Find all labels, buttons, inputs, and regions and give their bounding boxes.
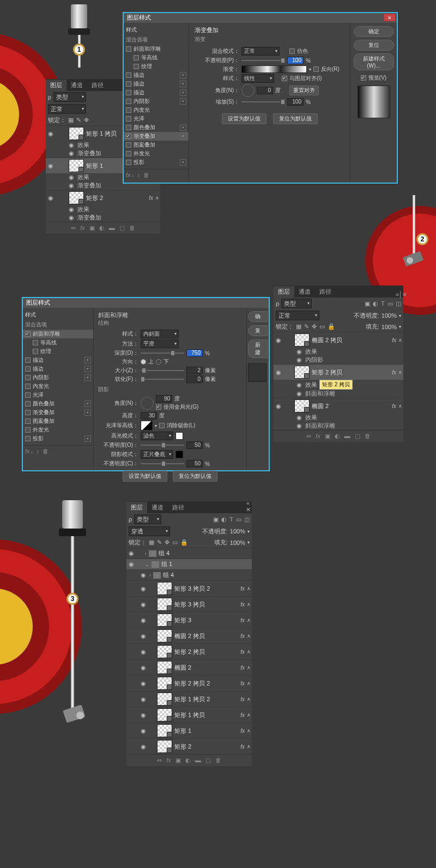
set-default-button[interactable]: 设置为默认值 (222, 113, 267, 124)
reverse-checkbox[interactable] (313, 66, 319, 72)
layer-row[interactable]: ◉矩形 2 拷贝 2fx∧ (126, 675, 252, 691)
cancel-button[interactable]: 复 (248, 325, 268, 336)
layer-row[interactable]: ◉矩形 3 拷贝fx∧ (126, 596, 252, 612)
style-item[interactable]: 投影+ (23, 434, 93, 443)
opacity-input[interactable]: 100 (287, 57, 304, 64)
lock-move-icon[interactable]: ✥ (84, 117, 89, 124)
layer-row[interactable]: ◉矩形 2fx∧ (126, 738, 252, 754)
tab-paths[interactable]: 路径 (87, 80, 108, 91)
tab-channels[interactable]: 通道 (294, 286, 315, 298)
dither-checkbox[interactable] (289, 48, 295, 54)
style-item[interactable]: 内阴影+ (23, 373, 93, 382)
folder-icon[interactable]: ▬ (109, 224, 115, 232)
kind-filter[interactable]: 类型 (53, 92, 86, 102)
trash-icon[interactable]: 🗑 (129, 224, 135, 232)
tab-layers[interactable]: 图层 (46, 80, 66, 91)
style-item[interactable]: 描边+ (124, 88, 189, 97)
layer-row[interactable]: ◉椭圆 2fx∧ (274, 398, 403, 414)
style-item[interactable]: 外发光 (23, 426, 93, 434)
style-item[interactable]: 颜色叠加+ (124, 123, 189, 132)
layer-row[interactable]: ◉矩形 1 拷贝 2fx∧ (126, 691, 252, 707)
mask-icon[interactable]: ▣ (89, 224, 95, 232)
preview-checkbox[interactable] (361, 75, 366, 81)
blend-mode-select[interactable]: 正常 (241, 47, 280, 56)
group-row[interactable]: ◉⌄组 1 (126, 559, 252, 569)
blend-mode-select[interactable]: 正常 (276, 311, 319, 320)
style-item[interactable]: 描边+ (124, 71, 189, 80)
new-style-button[interactable]: 新建样式(W)... (354, 53, 394, 70)
panel-menu-icon[interactable]: »│≡ (396, 291, 403, 298)
set-default-button[interactable]: 设置为默认值 (123, 471, 167, 482)
layer-row[interactable]: ◉矩形 2 拷贝fx∧ (126, 644, 252, 659)
new-style-button[interactable]: 新建 (248, 339, 268, 358)
fx-add-icon[interactable]: fx₊ (126, 172, 134, 179)
style-item[interactable]: 描边+ (23, 356, 93, 365)
reset-default-button[interactable]: 复位为默认值 (273, 113, 318, 124)
visibility-icon[interactable]: ◉ (47, 162, 55, 169)
style-item[interactable]: 投影+ (124, 158, 189, 167)
style-item[interactable]: 纹理 (23, 347, 93, 356)
group-row[interactable]: ◉›组 4 (126, 569, 252, 580)
close-icon[interactable]: ✕ (384, 14, 396, 21)
tab-layers[interactable]: 图层 (274, 286, 294, 298)
style-item[interactable]: 描边+ (23, 365, 93, 373)
style-item[interactable]: 内阴影+ (124, 97, 189, 106)
ok-button[interactable]: 确 (248, 311, 268, 322)
blend-options[interactable]: 混合选项 (124, 35, 189, 45)
align-checkbox[interactable] (282, 76, 287, 81)
scale-input[interactable]: 100 (287, 98, 304, 106)
layer-row[interactable]: ◉矩形 2 拷贝fx∧ (274, 364, 403, 380)
style-item[interactable]: 等高线 (124, 53, 189, 62)
layer-row[interactable]: ◉矩形 1 拷贝fx∧ (126, 707, 252, 723)
style-item[interactable]: 等高线 (23, 338, 93, 347)
layer-row[interactable]: ◉椭圆 2 拷贝fx∧ (274, 332, 403, 348)
new-icon[interactable]: ▢ (119, 224, 125, 232)
layer-row[interactable]: ◉矩形 3 拷贝 2fx∧ (126, 580, 252, 596)
altitude-input[interactable]: 30 (141, 412, 157, 420)
style-item[interactable]: 渐变叠加+ (124, 132, 189, 141)
style-item[interactable]: 描边+ (124, 80, 189, 88)
trash-icon[interactable]: 🗑 (143, 172, 149, 179)
angle-dial[interactable] (141, 397, 154, 410)
layer-row[interactable]: ◉矩形 1fx∧ (126, 723, 252, 738)
cancel-button[interactable]: 复位 (354, 40, 394, 51)
reset-align-button[interactable]: 重置对齐 (289, 86, 319, 95)
style-item[interactable]: 斜面和浮雕 (23, 330, 93, 338)
bevel-method-select[interactable]: 平滑 (141, 339, 179, 348)
fx-icon[interactable]: fx (80, 224, 85, 232)
layer-thumb[interactable] (69, 127, 84, 140)
ok-button[interactable]: 确定 (354, 26, 394, 37)
style-item[interactable]: 斜面和浮雕 (124, 45, 189, 53)
lock-brush-icon[interactable]: ✎ (76, 117, 81, 124)
gloss-contour[interactable] (141, 421, 153, 430)
lock-pixels-icon[interactable]: ▦ (68, 117, 74, 124)
reset-default-button[interactable]: 复位为默认值 (173, 471, 217, 482)
style-item[interactable]: 颜色叠加+ (23, 399, 93, 408)
shadow-mode-select[interactable]: 正片叠底 (141, 450, 173, 459)
style-item[interactable]: 内发光 (124, 106, 189, 114)
style-item[interactable]: 渐变叠加+ (23, 408, 93, 417)
style-item[interactable]: 内发光 (23, 382, 93, 391)
layer-row[interactable]: ◉ 矩形 2 fx∧ (46, 190, 160, 205)
gradient-style-select[interactable]: 线性 (241, 74, 274, 83)
size-input[interactable]: 2 (186, 367, 203, 374)
bevel-style-select[interactable]: 内斜面 (141, 330, 179, 338)
style-item[interactable]: 光泽 (124, 114, 189, 123)
layer-row[interactable]: ◉椭圆 2fx∧ (126, 659, 252, 675)
tab-paths[interactable]: 路径 (315, 286, 336, 298)
adjustment-icon[interactable]: ◐ (99, 224, 105, 232)
layer-row[interactable]: ◉矩形 3fx∧ (126, 612, 252, 628)
soften-input[interactable]: 0 (186, 375, 203, 383)
dir-down-radio[interactable] (156, 359, 161, 365)
angle-input[interactable]: 0 (257, 87, 273, 94)
tab-channels[interactable]: 通道 (66, 80, 87, 91)
link-icon[interactable]: ⇔ (71, 224, 76, 232)
gradient-picker[interactable] (241, 65, 307, 73)
blend-mode-select[interactable]: 正常 (48, 104, 86, 114)
highlight-color[interactable] (175, 432, 183, 440)
depth-input[interactable]: 750 (186, 349, 203, 357)
style-item[interactable]: 外发光 (124, 149, 189, 158)
layer-row[interactable]: ◉椭圆 2 拷贝fx∧ (126, 628, 252, 644)
global-light-checkbox[interactable] (156, 404, 161, 410)
shadow-color[interactable] (175, 451, 183, 458)
